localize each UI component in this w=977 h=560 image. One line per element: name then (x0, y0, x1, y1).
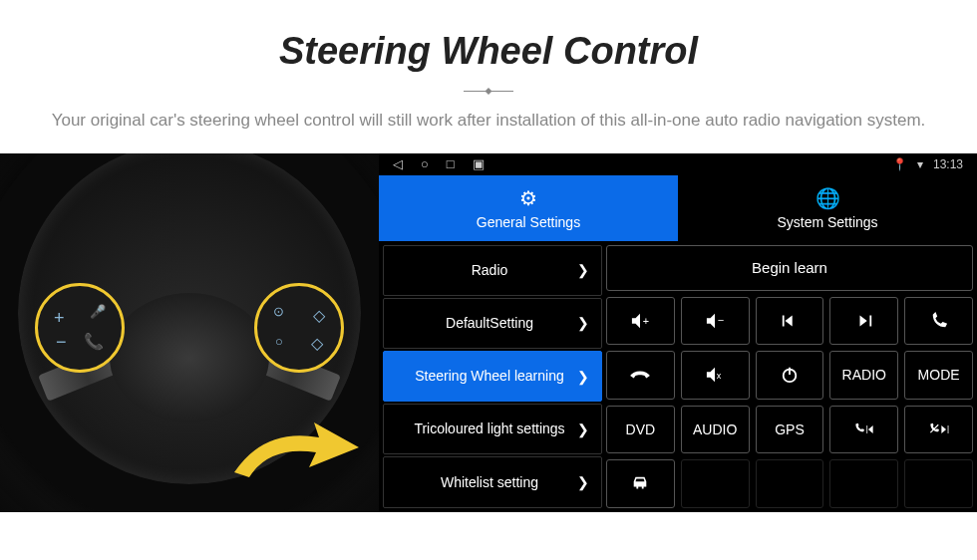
screenshot-icon[interactable]: ▣ (473, 156, 485, 171)
chevron-right-icon: ❯ (577, 474, 589, 490)
chevron-right-icon: ❯ (577, 421, 589, 437)
button-label: RADIO (842, 367, 886, 383)
wheel-buttons-right-highlight: ⊙ ○ ◇ ◇ (254, 283, 344, 373)
volume-down-icon: − (704, 312, 726, 330)
diamond-icon: ◇ (311, 334, 323, 353)
phone-next-icon (928, 420, 950, 438)
chevron-right-icon: ❯ (577, 315, 589, 331)
android-nav-icons: ◁ ○ □ ▣ (393, 156, 485, 171)
dvd-button[interactable]: DVD (606, 406, 675, 454)
steering-wheel-image: + − 🎤 📞 ⊙ ○ ◇ ◇ (0, 153, 379, 512)
tab-label: General Settings (477, 214, 580, 230)
audio-button[interactable]: AUDIO (681, 406, 750, 454)
tab-general-settings[interactable]: ⚙ General Settings (379, 175, 678, 241)
chevron-right-icon: ❯ (577, 369, 589, 385)
button-label: MODE (918, 367, 960, 383)
empty-slot (681, 459, 750, 508)
settings-menu: Radio ❯ DefaultSetting ❯ Steering Wheel … (383, 245, 602, 508)
menu-label: Steering Wheel learning (402, 368, 577, 385)
power-icon (779, 366, 801, 384)
mute-icon: x (704, 366, 726, 384)
wheel-hub (110, 293, 269, 422)
phone-icon (928, 312, 950, 330)
empty-slot (904, 459, 973, 508)
clock: 13:13 (933, 157, 963, 171)
settings-body: Radio ❯ DefaultSetting ❯ Steering Wheel … (379, 241, 977, 512)
learn-controls: Begin learn + − (606, 245, 973, 508)
tab-system-settings[interactable]: 🌐 System Settings (678, 175, 977, 241)
gps-button[interactable]: GPS (756, 406, 824, 454)
begin-learn-button[interactable]: Begin learn (606, 245, 973, 291)
phone-prev-button[interactable] (829, 406, 898, 454)
menu-label: Tricoloured light settings (402, 420, 577, 437)
settings-tabs: ⚙ General Settings 🌐 System Settings (379, 175, 977, 241)
minus-icon: − (56, 332, 67, 353)
android-status-bar: ◁ ○ □ ▣ 📍 ▾ 13:13 (379, 153, 977, 175)
circle-icon: ○ (275, 334, 283, 349)
gear-icon: ⚙ (519, 186, 537, 210)
car-button[interactable] (606, 459, 675, 508)
gps-icon: 📍 (892, 157, 907, 171)
globe-icon: 🌐 (815, 186, 840, 210)
phone-prev-icon (853, 420, 875, 438)
car-icon (629, 474, 651, 492)
volume-up-button[interactable]: + (606, 297, 675, 346)
plus-icon: + (54, 308, 65, 329)
volume-down-button[interactable]: − (681, 297, 750, 346)
wifi-icon: ▾ (917, 157, 923, 171)
home-icon[interactable]: ○ (421, 156, 429, 171)
phone-down-icon (629, 366, 651, 384)
content-row: + − 🎤 📞 ⊙ ○ ◇ ◇ ◁ ○ □ ▣ 📍 ▾ (0, 153, 977, 512)
title-divider (464, 91, 513, 92)
cruise-icon: ⊙ (273, 304, 284, 319)
empty-slot (756, 459, 824, 508)
button-label: DVD (626, 421, 656, 437)
menu-label: DefaultSetting (402, 315, 577, 332)
mode-button[interactable]: MODE (904, 351, 973, 400)
button-label: Begin learn (752, 259, 827, 276)
next-track-button[interactable] (829, 297, 898, 346)
phone-next-button[interactable] (904, 406, 973, 454)
prev-track-icon (779, 312, 801, 330)
button-label: AUDIO (693, 421, 737, 437)
menu-item-default-setting[interactable]: DefaultSetting ❯ (383, 298, 602, 349)
header-section: Steering Wheel Control Your original car… (0, 0, 977, 153)
page-title: Steering Wheel Control (20, 30, 957, 73)
phone-hangup-button[interactable] (606, 351, 675, 400)
prev-track-button[interactable] (756, 297, 824, 346)
status-indicators: 📍 ▾ 13:13 (892, 157, 963, 171)
power-button[interactable] (756, 351, 824, 400)
diamond-icon: ◇ (313, 306, 325, 325)
phone-icon: 📞 (84, 332, 104, 351)
menu-item-whitelist[interactable]: Whitelist setting ❯ (383, 456, 602, 507)
arrow-icon (224, 418, 364, 487)
device-screen: ◁ ○ □ ▣ 📍 ▾ 13:13 ⚙ General Settings 🌐 S… (379, 153, 977, 512)
radio-button[interactable]: RADIO (829, 351, 898, 400)
menu-label: Whitelist setting (402, 474, 577, 491)
voice-icon: 🎤 (90, 304, 106, 319)
recent-icon[interactable]: □ (447, 156, 455, 171)
empty-slot (829, 459, 898, 508)
back-icon[interactable]: ◁ (393, 156, 403, 171)
menu-item-radio[interactable]: Radio ❯ (383, 245, 602, 296)
svg-text:+: + (643, 314, 649, 326)
phone-answer-button[interactable] (904, 297, 973, 346)
menu-label: Radio (402, 262, 577, 279)
wheel-buttons-left-highlight: + − 🎤 📞 (35, 283, 125, 373)
next-track-icon (853, 312, 875, 330)
page-subtitle: Your original car's steering wheel contr… (50, 108, 927, 134)
button-label: GPS (775, 421, 805, 437)
menu-item-tricoloured-light[interactable]: Tricoloured light settings ❯ (383, 404, 602, 454)
mute-button[interactable]: x (681, 351, 750, 400)
svg-text:x: x (717, 371, 722, 381)
svg-text:−: − (718, 313, 724, 325)
tab-label: System Settings (777, 214, 877, 230)
function-grid: + − (606, 297, 973, 508)
chevron-right-icon: ❯ (577, 262, 589, 278)
volume-up-icon: + (629, 312, 651, 330)
menu-item-steering-wheel-learning[interactable]: Steering Wheel learning ❯ (383, 351, 602, 402)
